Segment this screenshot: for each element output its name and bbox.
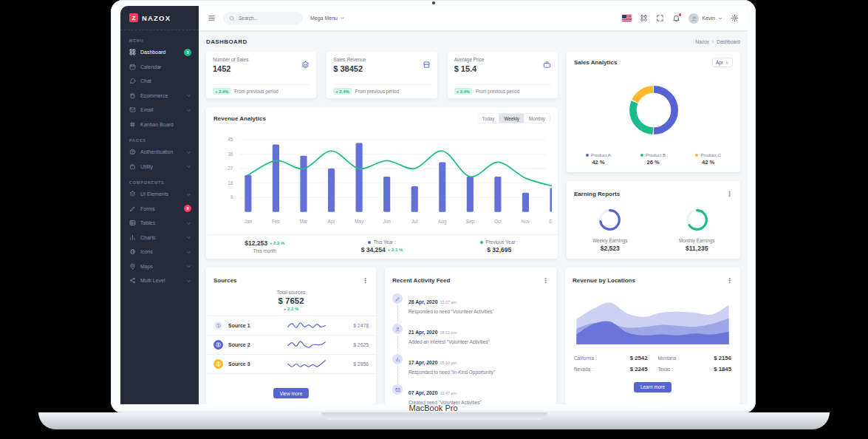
- activity-feed-list: 28 Apr, 202012:07 amResponded to need "V…: [385, 287, 556, 404]
- tab-today[interactable]: Today: [478, 114, 500, 123]
- activity-date: 17 Apr, 202005:10 pm: [409, 360, 457, 365]
- sidebar-toggle-button[interactable]: [208, 14, 216, 22]
- apps-grid-button[interactable]: [640, 14, 648, 22]
- tab-monthly[interactable]: Monthly: [524, 114, 550, 123]
- apps-grid-icon: [640, 14, 648, 22]
- sidebar-item-label: Chat: [140, 78, 151, 84]
- revenue-locations-stats: California :$ 2542Montana :$ 2156Nevada …: [565, 347, 740, 375]
- revenue-locations-panel: Revenue by Locations California :$ 2542M…: [565, 268, 740, 404]
- sidebar-item-label: Authentication: [140, 149, 173, 154]
- sidebar-item-forms[interactable]: Forms8: [120, 202, 199, 217]
- location-value: $ 2245: [630, 366, 648, 372]
- activity-time: 05:10 pm: [440, 361, 456, 365]
- us-flag-icon: [622, 15, 626, 18]
- sidebar-item-ecommerce[interactable]: Ecommerce: [120, 89, 199, 103]
- page-background: Z NAZOX MENUDashboard3CalendarChatEcomme…: [0, 0, 868, 439]
- search-input[interactable]: [239, 16, 298, 21]
- macbook-base-notch: [321, 412, 547, 420]
- brand-logo[interactable]: Z NAZOX: [120, 6, 199, 30]
- sidebar-item-charts[interactable]: Charts: [120, 231, 199, 245]
- activity-date: 07 Apr, 202012:47 pm: [409, 390, 457, 395]
- earning-reports-panel: Earning Reports Weekly Earnings$2,523Mon…: [567, 181, 740, 259]
- user-icon: [691, 16, 697, 22]
- calendar-icon: [129, 64, 136, 70]
- earning-label: Monthly Earnings: [654, 238, 741, 243]
- breadcrumb-section-link[interactable]: Nazox: [696, 39, 709, 44]
- stat-card-average-price: Average Price$ 15.4+ 2.4%From previous p…: [448, 52, 558, 98]
- view-more-button[interactable]: View more: [273, 388, 310, 398]
- notifications-button[interactable]: [672, 14, 680, 22]
- learn-more-button[interactable]: Learn more: [634, 382, 671, 392]
- tab-weekly[interactable]: Weekly: [499, 114, 524, 123]
- stat-cards-row: Number of Sales1452+ 2.4%From previous p…: [206, 52, 558, 98]
- sources-menu-button[interactable]: [362, 273, 369, 287]
- svg-text:Nov: Nov: [522, 219, 530, 224]
- donut-svg: [621, 78, 686, 143]
- activity-date: 21 Apr, 202008:01 pm: [409, 330, 457, 335]
- earning-monthly-earnings: Monthly Earnings$11,235: [654, 208, 741, 252]
- stat-card-label: Average Price: [454, 57, 551, 62]
- sidebar-item-authentication[interactable]: Authentication: [120, 145, 199, 160]
- settings-gear-button[interactable]: [731, 14, 739, 22]
- month-select[interactable]: Apr: [712, 58, 733, 67]
- earning-reports-menu-button[interactable]: [726, 187, 733, 200]
- mega-menu-label: Mega Menu: [310, 16, 338, 21]
- stat-card-delta-badge: + 2.4%: [213, 88, 230, 95]
- select-arrows-icon: [725, 61, 729, 65]
- chevron-down-icon: [186, 164, 191, 169]
- sidebar-item-kanban-board[interactable]: Kanban Board: [120, 118, 199, 132]
- mega-menu-button[interactable]: Mega Menu: [310, 16, 345, 21]
- revenue-stat-previous-year: Previous Year :$ 32,695: [440, 239, 558, 253]
- user-menu-button[interactable]: Kevin: [688, 12, 722, 25]
- location-label: California :: [574, 355, 597, 361]
- sources-list: Source 1$ 2478Source 2$ 2625Source 3$ 28…: [206, 316, 376, 381]
- location-label: Texas :: [658, 367, 673, 372]
- store-icon: [423, 61, 431, 69]
- sidebar-item-utility[interactable]: Utility: [120, 160, 199, 174]
- sidebar-item-ui-elements[interactable]: UI Elements: [120, 187, 199, 202]
- earning-value: $2,523: [567, 245, 654, 252]
- fullscreen-icon: [656, 14, 664, 22]
- location-value: $ 1845: [714, 366, 731, 372]
- sidebar-item-email[interactable]: Email: [120, 103, 199, 118]
- svg-text:Jul: Jul: [411, 219, 417, 224]
- activity-feed-menu-button[interactable]: [542, 273, 549, 287]
- search-icon: [229, 12, 235, 25]
- chevron-down-icon: [718, 12, 722, 25]
- macbook-camera: [432, 1, 435, 4]
- locations-chart-svg: [573, 291, 733, 344]
- sidebar-item-dashboard[interactable]: Dashboard3: [120, 45, 199, 60]
- mail-icon: [395, 387, 400, 392]
- sidebar-item-label: Dashboard: [140, 50, 165, 55]
- maps-icon: [129, 263, 136, 270]
- revenue-analytics-title: Revenue Analytics: [213, 115, 266, 122]
- topbar-right: Kevin: [622, 12, 739, 25]
- sidebar-item-label: Email: [140, 107, 154, 112]
- activity-text: Responded to need "In-Kind Opportunity": [409, 370, 495, 375]
- sources-total-value: $ 7652: [206, 296, 376, 305]
- sidebar: Z NAZOX MENUDashboard3CalendarChatEcomme…: [120, 6, 199, 404]
- sidebar-item-label: Maps: [140, 264, 153, 269]
- activity-text: Responded to need "Volunteer Activities": [409, 309, 494, 314]
- revenue-locations-menu-button[interactable]: [726, 273, 733, 287]
- sidebar-badge: 8: [184, 205, 191, 212]
- user-icon: [395, 327, 400, 332]
- sidebar-item-maps[interactable]: Maps: [120, 259, 199, 274]
- source-value: $ 2856: [353, 361, 369, 367]
- stat-card-number-of-sales: Number of Sales1452+ 2.4%From previous p…: [206, 52, 316, 98]
- location-value: $ 2542: [630, 355, 648, 361]
- sidebar-item-multi-level[interactable]: Multi Level: [120, 273, 199, 288]
- coin-icon: [215, 341, 222, 348]
- source-name: Source 2: [228, 342, 259, 347]
- sidebar-item-tables[interactable]: Tables: [120, 216, 199, 231]
- sidebar-item-icons[interactable]: Icons: [120, 245, 199, 259]
- chat-icon: [129, 78, 136, 84]
- user-name: Kevin: [702, 16, 715, 21]
- chevron-down-icon: [186, 235, 191, 240]
- language-flag-button[interactable]: [622, 15, 632, 21]
- fullscreen-button[interactable]: [656, 14, 664, 22]
- sidebar-item-label: Icons: [140, 249, 153, 254]
- sidebar-item-calendar[interactable]: Calendar: [120, 60, 199, 75]
- sidebar-item-chat[interactable]: Chat: [120, 74, 199, 89]
- utility-icon: [129, 163, 136, 170]
